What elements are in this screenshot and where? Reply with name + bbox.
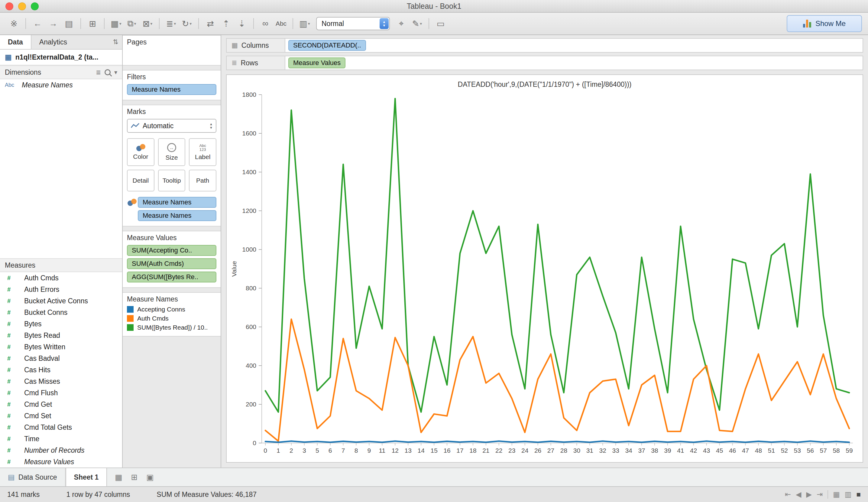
mark-type-dropdown[interactable]: Automatic ▲▼ — [127, 119, 216, 133]
filters-shelf[interactable]: Measure Names — [123, 83, 221, 100]
view-mode-select[interactable]: Normal▲▼ — [316, 17, 390, 30]
new-story-tab-icon[interactable]: ▣ — [143, 471, 157, 483]
columns-shelf[interactable]: SECOND(DATEADD(.. — [285, 38, 863, 53]
redo-icon[interactable]: → — [45, 16, 61, 31]
size-button[interactable]: ↔ Size — [158, 138, 186, 166]
sort-descending-icon[interactable]: ⇣ — [234, 16, 250, 31]
measure-field-cmd-total-gets[interactable]: #Cmd Total Gets — [0, 422, 122, 433]
close-button[interactable] — [6, 2, 13, 10]
measure-field-cmd-flush[interactable]: #Cmd Flush — [0, 387, 122, 399]
measure-values-shelf[interactable]: SUM(Accepting Co..SUM(Auth Cmds)AGG(SUM(… — [123, 244, 221, 287]
rows-pill[interactable]: Measure Values — [288, 58, 345, 68]
zoom-button[interactable] — [31, 2, 39, 10]
tab-data[interactable]: Data — [0, 35, 31, 49]
minimize-button[interactable] — [18, 2, 26, 10]
color-icon — [136, 144, 145, 151]
pages-shelf[interactable] — [123, 48, 221, 65]
filter-pill-0[interactable]: Measure Names — [127, 84, 216, 95]
columns-pill[interactable]: SECOND(DATEADD(.. — [288, 40, 366, 51]
measure-values-pill-0[interactable]: SUM(Accepting Co.. — [127, 245, 216, 256]
show-mark-labels-icon[interactable]: Abc — [273, 16, 289, 31]
group-members-icon[interactable]: ≣▾ — [163, 16, 179, 31]
legend-item-2[interactable]: SUM([Bytes Read]) / 10.. — [127, 324, 216, 331]
sort-ascending-icon[interactable]: ⇡ — [218, 16, 234, 31]
measure-field-auth-cmds[interactable]: #Auth Cmds — [0, 272, 122, 284]
sheet-sorter-icon[interactable]: ▦ — [833, 490, 840, 499]
measure-field-cas-badval[interactable]: #Cas Badval — [0, 352, 122, 364]
new-dashboard-tab-icon[interactable]: ⊞ — [127, 471, 141, 483]
new-data-source-icon[interactable]: ⊞ — [85, 16, 100, 31]
swap-axes-icon[interactable]: ⇄ — [203, 16, 218, 31]
tooltip-button[interactable]: Tooltip — [158, 170, 186, 192]
data-source-item[interactable]: ▦ n1ql!ExternalData_2 (ta... — [0, 50, 122, 65]
measure-field-cas-misses[interactable]: #Cas Misses — [0, 376, 122, 387]
refresh-data-icon[interactable]: ↻▾ — [179, 16, 195, 31]
detail-button[interactable]: Detail — [127, 170, 154, 192]
previous-sheet-icon[interactable]: ◀ — [796, 490, 801, 499]
measure-field-bytes-written[interactable]: #Bytes Written — [0, 341, 122, 352]
tableau-window: Tableau - Book1 ※←→▤⊞▦▾⧉▾⊠▾≣▾↻▾⇄⇡⇣∞Abc▥▾… — [0, 0, 868, 502]
visualization-card: DATEADD('hour',9,(DATE("1/1/1970") + ([T… — [226, 74, 863, 463]
series-line-auth-cmds[interactable] — [265, 319, 849, 441]
measure-field-bucket-conns[interactable]: #Bucket Conns — [0, 307, 122, 318]
marks-pills: Measure NamesMeasure Names — [127, 197, 216, 221]
measure-field-cmd-set[interactable]: #Cmd Set — [0, 410, 122, 422]
label-button[interactable]: Abc123 Label — [189, 138, 216, 166]
group-fields-icon[interactable]: ∞ — [258, 16, 273, 31]
measure-values-pill-1[interactable]: SUM(Auth Cmds) — [127, 258, 216, 269]
color-button[interactable]: Color — [127, 138, 154, 166]
svg-text:1000: 1000 — [242, 246, 256, 253]
last-sheet-icon[interactable]: ⇥ — [817, 490, 823, 499]
measure-field-measure-values[interactable]: #Measure Values — [0, 456, 122, 468]
svg-text:51: 51 — [768, 447, 775, 454]
measures-header: Measures — [0, 258, 122, 272]
pin-icon[interactable]: ⌖ — [393, 16, 409, 31]
tab-data-source[interactable]: ▤ Data Source — [0, 468, 65, 486]
toolbar-separator — [159, 18, 159, 29]
presentation-mode-icon[interactable]: ▭ — [433, 16, 448, 31]
find-field-icon[interactable] — [105, 69, 111, 75]
new-worksheet-icon[interactable]: ▦▾ — [108, 16, 124, 31]
show-me-icon — [803, 20, 811, 28]
highlight-icon[interactable]: ✎▾ — [409, 16, 425, 31]
marks-pill-0[interactable]: Measure Names — [138, 197, 216, 208]
legend-item-1[interactable]: Auth Cmds — [127, 315, 216, 322]
measure-field-time[interactable]: #Time — [0, 433, 122, 444]
next-sheet-icon[interactable]: ▶ — [806, 490, 812, 499]
view-as-list-icon[interactable]: ≣ — [96, 69, 101, 76]
tab-sheet-1[interactable]: Sheet 1 — [65, 468, 107, 486]
filmstrip-icon[interactable]: ▥ — [845, 490, 852, 499]
legend-item-0[interactable]: Accepting Conns — [127, 306, 216, 313]
show-me-button[interactable]: Show Me — [787, 15, 862, 32]
tab-analytics[interactable]: Analytics — [31, 35, 75, 49]
undo-icon[interactable]: ← — [30, 16, 45, 31]
first-sheet-icon[interactable]: ⇤ — [785, 490, 791, 499]
measure-values-pill-2[interactable]: AGG(SUM([Bytes Re.. — [127, 272, 216, 283]
svg-text:1600: 1600 — [242, 130, 256, 137]
new-sheet-buttons: ▦ ⊞ ▣ — [107, 468, 162, 486]
marks-pill-1[interactable]: Measure Names — [138, 210, 216, 221]
measure-field-cas-hits[interactable]: #Cas Hits — [0, 364, 122, 376]
new-worksheet-tab-icon[interactable]: ▦ — [112, 471, 125, 483]
measure-field-auth-errors[interactable]: #Auth Errors — [0, 284, 122, 295]
dimensions-menu-icon[interactable]: ▾ — [114, 69, 117, 76]
series-line-accepting-conns[interactable] — [265, 441, 849, 442]
clear-sheet-icon[interactable]: ⊠▾ — [140, 16, 155, 31]
panel-sort-icon[interactable]: ⇅ — [110, 35, 122, 49]
measure-field-cmd-get[interactable]: #Cmd Get — [0, 399, 122, 410]
measure-field-bytes-read[interactable]: #Bytes Read — [0, 330, 122, 341]
rows-shelf[interactable]: Measure Values — [285, 55, 863, 70]
save-icon[interactable]: ▤ — [61, 16, 77, 31]
svg-text:37: 37 — [638, 447, 645, 454]
measure-field-bytes[interactable]: #Bytes — [0, 318, 122, 330]
show-tabs-icon[interactable]: ■ — [857, 490, 861, 499]
path-button[interactable]: Path — [189, 170, 216, 192]
chart-plot-area[interactable]: 020040060080010001200140016001800Value01… — [227, 89, 862, 462]
tableau-logo-icon[interactable]: ※ — [6, 16, 22, 31]
data-panel-spacer — [0, 91, 122, 258]
measure-field-number-of-records[interactable]: #Number of Records — [0, 444, 122, 456]
fit-axes-icon[interactable]: ▥▾ — [297, 16, 312, 31]
duplicate-sheet-icon[interactable]: ⧉▾ — [124, 16, 140, 31]
measure-field-bucket-active-conns[interactable]: #Bucket Active Conns — [0, 295, 122, 307]
dimension-field-measure-names[interactable]: AbcMeasure Names — [0, 79, 122, 91]
